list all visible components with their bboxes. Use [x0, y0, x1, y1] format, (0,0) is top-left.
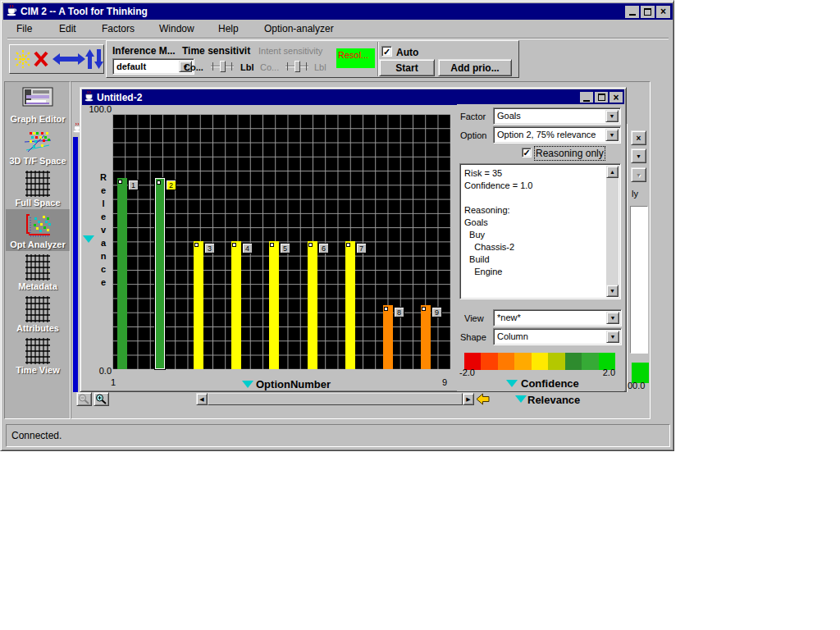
- bar-number-tag: 3: [204, 243, 215, 253]
- close-button[interactable]: ×: [609, 92, 623, 103]
- inference-mode-label: Inference M...: [112, 45, 176, 57]
- menu-edit[interactable]: Edit: [59, 23, 76, 34]
- reasoning-only-checkbox[interactable]: ✓: [522, 148, 532, 158]
- x-axis-label: OptionNumber: [256, 378, 331, 390]
- close-button[interactable]: ×: [656, 6, 670, 18]
- inference-mode-select[interactable]: default ▼: [112, 58, 194, 75]
- scrollbar-thumb[interactable]: [208, 393, 463, 405]
- sidebar-item-metadata[interactable]: Metadata: [6, 251, 70, 293]
- chevron-down-icon: ▼: [636, 153, 641, 159]
- text-matrix-icon: [25, 254, 50, 281]
- dropdown-button[interactable]: ▼: [631, 148, 646, 163]
- bar-option-4[interactable]: [231, 241, 241, 369]
- arrow-up-icon[interactable]: [85, 49, 94, 72]
- legend-color-segment: [532, 353, 548, 370]
- reasoning-text-area[interactable]: Risk = 35 Confidence = 1.0 Reasoning: Go…: [459, 163, 621, 299]
- bar-option-2[interactable]: [155, 178, 165, 369]
- maximize-icon: [644, 8, 651, 16]
- new-starburst-icon[interactable]: [13, 48, 33, 73]
- bar-option-8[interactable]: [383, 305, 393, 369]
- maximize-button[interactable]: [641, 6, 655, 18]
- toolbar-main-group: Inference M... default ▼ Time sensitivit…: [106, 40, 519, 78]
- legend-color-segment: [498, 353, 514, 370]
- time-sensitivity-slider[interactable]: [211, 59, 234, 74]
- app-window: CIM 2 -- A Tool for Thinking × FileEditF…: [0, 0, 674, 451]
- scrollbar-left-arrow[interactable]: ◀: [196, 393, 208, 405]
- view-select[interactable]: *new* ▼: [493, 309, 622, 326]
- bar-chart-plot-area[interactable]: 123456789: [112, 114, 450, 369]
- y-axis-label-letter: a: [98, 238, 108, 248]
- close-button[interactable]: ×: [631, 130, 646, 145]
- menu-option-analyzer[interactable]: Option-analyzer: [264, 23, 334, 34]
- bar-number-tag: 9: [431, 307, 442, 317]
- sidebar-item-attributes[interactable]: Attributes: [6, 293, 70, 335]
- slider-thumb[interactable]: [220, 61, 226, 72]
- start-button[interactable]: Start: [379, 59, 435, 76]
- factor-select[interactable]: Goals ▼: [493, 107, 621, 125]
- inner-window-titlebar[interactable]: Untitled-2 ×: [82, 89, 624, 105]
- slider-thumb[interactable]: [294, 61, 300, 72]
- sidebar-item-opt-analyzer[interactable]: Opt Analyzer: [6, 209, 70, 251]
- minimize-button[interactable]: [625, 6, 639, 18]
- delete-x-icon[interactable]: [32, 48, 50, 73]
- time-co-label: Co...: [184, 62, 203, 72]
- background-legend-value: 00.0: [628, 381, 645, 390]
- option-select[interactable]: Option 2, 75% relevance ▼: [493, 126, 621, 144]
- bar-handle: [346, 243, 350, 247]
- sidebar-item-label: Opt Analyzer: [6, 240, 70, 249]
- arrow-down-icon[interactable]: [94, 49, 103, 72]
- y-axis-label-letter: e: [98, 185, 108, 195]
- status-bar: Connected.: [6, 424, 670, 447]
- zoom-in-button[interactable]: [94, 392, 109, 406]
- chevron-down-icon[interactable]: ▼: [606, 331, 619, 343]
- y-axis-label-letter: v: [98, 225, 108, 235]
- menu-window[interactable]: Window: [159, 23, 194, 34]
- reasoning-scrollbar[interactable]: ▲ ▼: [606, 166, 619, 297]
- add-prio-button[interactable]: Add prio...: [438, 59, 512, 76]
- auto-checkbox[interactable]: ✓: [381, 46, 392, 57]
- java-cup-icon: [6, 4, 17, 20]
- sidebar-item-full-space[interactable]: Full Space: [6, 167, 70, 209]
- intent-sensitivity-label: Intent sensitivity: [258, 46, 322, 56]
- bar-option-7[interactable]: [345, 241, 355, 369]
- chevron-down-icon: ▼: [636, 172, 641, 178]
- zoom-out-button[interactable]: [76, 392, 92, 406]
- scrollbar-down-arrow[interactable]: ▼: [606, 285, 619, 297]
- arrow-right-icon[interactable]: [69, 53, 85, 68]
- minimize-button[interactable]: [580, 92, 593, 103]
- option-value: Option 2, 75% relevance: [497, 130, 596, 139]
- menu-file[interactable]: File: [16, 23, 32, 34]
- sidebar-item-time-view[interactable]: Time View: [6, 335, 70, 377]
- menu-factors[interactable]: Factors: [102, 23, 135, 34]
- chevron-down-icon[interactable]: ▼: [605, 110, 619, 122]
- bar-option-6[interactable]: [308, 241, 317, 369]
- chevron-down-icon[interactable]: ▼: [605, 129, 619, 141]
- shape-select[interactable]: Column ▼: [493, 328, 622, 345]
- untitled-2-window: Untitled-2 × 100.0 0.0 123456789 Relevan…: [80, 87, 627, 392]
- intent-sensitivity-slider[interactable]: [285, 59, 308, 74]
- bar-handle: [308, 243, 313, 247]
- sidebar: Graph Editor3D T/F SpaceFull SpaceOpt An…: [4, 81, 71, 419]
- bar-option-3[interactable]: [194, 241, 203, 369]
- reasoning-only-label[interactable]: Reasoning only: [536, 148, 604, 159]
- menu-help[interactable]: Help: [218, 23, 239, 34]
- bar-number-tag: 6: [318, 243, 329, 253]
- confidence-legend-label: Confidence: [521, 377, 579, 390]
- opt-analyzer-icon: [23, 212, 52, 240]
- minimize-icon: [583, 100, 590, 102]
- bar-option-5[interactable]: [269, 241, 279, 369]
- sidebar-item-graph-editor[interactable]: Graph Editor: [6, 84, 70, 126]
- back-arrow-button[interactable]: [476, 392, 490, 409]
- maximize-button[interactable]: [595, 92, 608, 103]
- bar-option-1[interactable]: [117, 178, 127, 369]
- resolution-status-badge: Resol...: [336, 48, 375, 68]
- scrollbar-up-arrow[interactable]: ▲: [606, 166, 619, 178]
- bar-option-9[interactable]: [421, 305, 431, 369]
- close-icon: ×: [637, 134, 641, 143]
- arrow-left-icon[interactable]: [52, 53, 69, 68]
- chevron-down-icon[interactable]: ▼: [606, 312, 619, 324]
- y-axis-label-letter: e: [98, 277, 108, 287]
- sidebar-item-3d-t-f-space[interactable]: 3D T/F Space: [6, 126, 70, 167]
- scrollbar-right-arrow[interactable]: ▶: [463, 393, 474, 405]
- reasoning-text: Risk = 35 Confidence = 1.0 Reasoning: Go…: [464, 167, 532, 278]
